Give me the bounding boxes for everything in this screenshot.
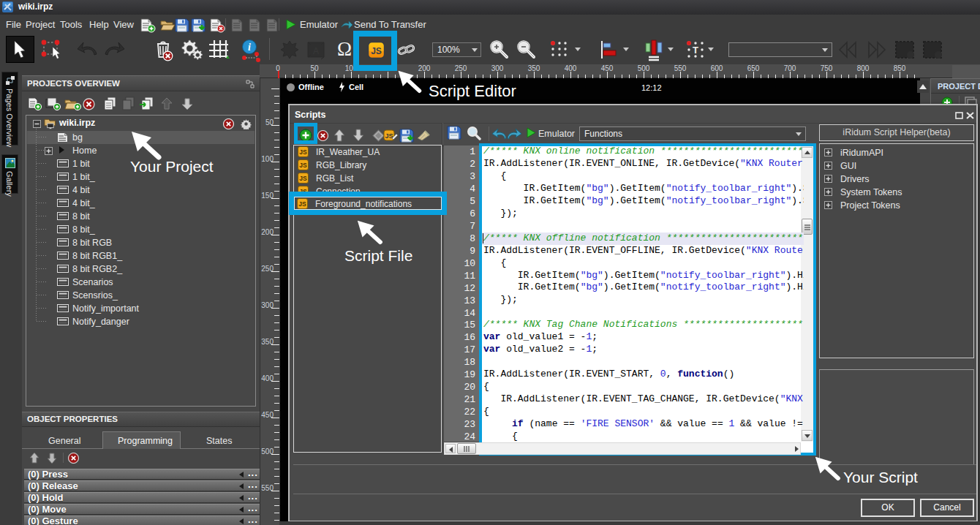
svg-text:JS: JS <box>299 175 307 182</box>
svg-text:A: A <box>313 46 319 56</box>
svg-text:T: T <box>693 45 698 56</box>
svg-text:i: i <box>248 42 251 53</box>
svg-text:JS: JS <box>299 162 307 169</box>
svg-text:JS: JS <box>298 200 306 208</box>
svg-text:JS: JS <box>299 148 307 156</box>
svg-text:JS: JS <box>385 132 393 140</box>
